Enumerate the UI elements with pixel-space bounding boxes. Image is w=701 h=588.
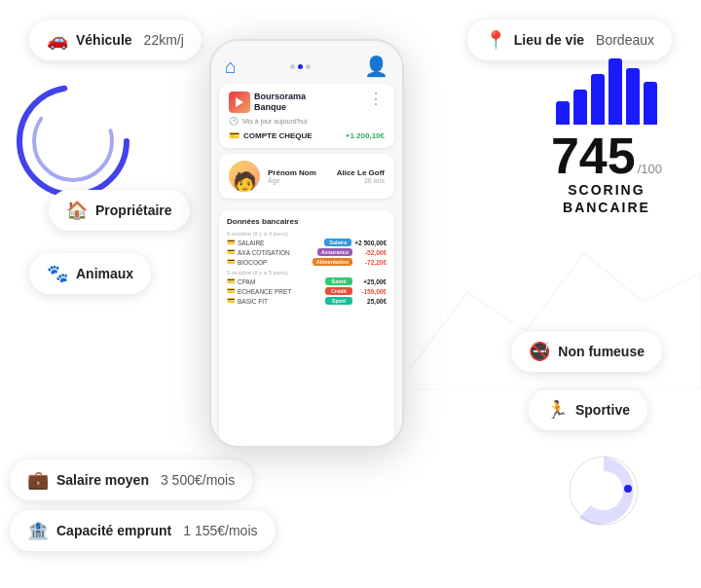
transaction-row: 💳 CPAM Santé +25,00€ <box>227 277 387 285</box>
phone: ⌂ 👤 Boursorama B <box>209 39 404 448</box>
bank-card: Boursorama Banque ⋮ 🕐 Mis à jour aujourd… <box>219 84 394 148</box>
salaire-label: Salaire moyen <box>56 472 149 488</box>
svg-point-3 <box>584 471 623 510</box>
animaux-label: Animaux <box>76 266 133 281</box>
lieu-pill: 📍 Lieu de vie Bordeaux <box>467 19 672 60</box>
bar-chart <box>556 58 657 125</box>
proprietaire-icon: 🏠 <box>66 200 88 221</box>
vehicule-pill: 🚗 Véhicule 22km/j <box>29 19 202 60</box>
date-group-1: 6 octobre (il y a 4 jours) 💳 SALAIRE Sal… <box>227 231 387 266</box>
vehicule-label: Véhicule <box>76 32 132 48</box>
proprietaire-pill: 🏠 Propriétaire <box>49 190 190 231</box>
pie-chart <box>565 452 643 530</box>
proprietaire-label: Propriétaire <box>95 202 172 218</box>
compte-row: 💳 COMPTE CHEQUE +1 200,10€ <box>229 130 385 140</box>
profile-realname: Alice Le Goff <box>337 168 385 177</box>
bank-name-line2: Banque <box>254 102 306 113</box>
bank-name-line1: Boursorama <box>254 92 306 102</box>
capacite-value: 1 155€/mois <box>183 523 257 538</box>
lieu-label: Lieu de vie <box>514 32 584 48</box>
bar-1 <box>556 101 570 125</box>
animaux-icon: 🐾 <box>47 263 68 284</box>
profile-age-label: Âge <box>268 177 279 184</box>
transaction-row: 💳 AXA COTISATION Assurance -52,00€ <box>227 248 387 256</box>
scoring-label-1: SCORING <box>568 181 645 199</box>
salaire-pill: 💼 Salaire moyen 3 500€/mois <box>10 459 252 500</box>
salaire-icon: 💼 <box>27 469 49 491</box>
non-fumeuse-label: Non fumeuse <box>558 344 645 359</box>
phone-profile-icon: 👤 <box>364 55 388 78</box>
bank-update: 🕐 Mis à jour aujourd'hui <box>229 117 385 126</box>
lieu-value: Bordeaux <box>596 32 654 48</box>
donnees-title: Données bancaires <box>227 217 387 226</box>
bank-logo: Boursorama Banque <box>229 92 306 113</box>
transaction-row: 💳 SALAIRE Salaire +2 500,00€ <box>227 239 387 246</box>
date-group-2: 5 octobre (il y a 5 jours) 💳 CPAM Santé … <box>227 270 387 305</box>
bank-menu-icon[interactable]: ⋮ <box>368 92 385 107</box>
transaction-row: 💳 BIOCOOP Alimentation -72,20€ <box>227 258 387 266</box>
salaire-value: 3 500€/mois <box>161 472 235 488</box>
bank-update-text: Mis à jour aujourd'hui <box>242 118 307 125</box>
non-fumeuse-pill: 🚭 Non fumeuse <box>511 331 662 372</box>
svg-point-1 <box>34 102 112 180</box>
capacite-icon: 🏦 <box>27 520 49 541</box>
sportive-label: Sportive <box>575 402 630 418</box>
scoring-number-row: 745 /100 <box>551 130 662 181</box>
circle-arc <box>10 78 136 204</box>
phone-top-bar: ⌂ 👤 <box>211 51 402 84</box>
scoring-sub: /100 <box>638 162 662 176</box>
scoring-number: 745 <box>551 130 636 181</box>
scoring-label-2: BANCAIRE <box>563 199 650 216</box>
scoring-block: 745 /100 SCORING BANCAIRE <box>551 58 662 216</box>
avatar: 🧑 <box>229 161 260 192</box>
bar-6 <box>644 82 657 125</box>
phone-home-icon: ⌂ <box>225 55 237 78</box>
transaction-row: 💳 ECHEANCE PRET Crédit -159,00€ <box>227 287 387 295</box>
vehicule-icon: 🚗 <box>47 29 68 51</box>
profile-card: 🧑 Prénom Nom Alice Le Goff Âge 26 ans <box>219 154 394 199</box>
date-label-1: 6 octobre (il y a 4 jours) <box>227 231 387 237</box>
transaction-row: 💳 BASIC FIT Sport 25,00€ <box>227 297 387 305</box>
capacite-label: Capacité emprunt <box>56 523 171 538</box>
scene: 🚗 Véhicule 22km/j 📍 Lieu de vie Bordeaux… <box>0 0 701 588</box>
profile-label: Prénom Nom <box>268 168 316 177</box>
sportive-pill: 🏃 Sportive <box>529 389 647 430</box>
bar-2 <box>573 90 587 125</box>
profile-info: Prénom Nom Alice Le Goff Âge 26 ans <box>268 168 385 184</box>
capacite-pill: 🏦 Capacité emprunt 1 155€/mois <box>10 510 276 551</box>
svg-marker-5 <box>236 97 243 107</box>
non-fumeuse-icon: 🚭 <box>529 341 550 362</box>
date-label-2: 5 octobre (il y a 5 jours) <box>227 270 387 276</box>
donnees-section: Données bancaires 6 octobre (il y a 4 jo… <box>219 210 394 446</box>
animaux-pill: 🐾 Animaux <box>29 253 151 294</box>
compte-label: COMPTE CHEQUE <box>243 131 313 140</box>
svg-point-4 <box>624 485 632 493</box>
bar-3 <box>591 74 605 125</box>
sportive-icon: 🏃 <box>546 399 568 421</box>
vehicule-value: 22km/j <box>144 32 184 48</box>
profile-age: 26 ans <box>364 177 385 184</box>
lieu-icon: 📍 <box>485 29 506 51</box>
bar-5 <box>626 68 640 125</box>
bar-4 <box>609 58 622 125</box>
compte-value: +1 200,10€ <box>346 131 385 140</box>
